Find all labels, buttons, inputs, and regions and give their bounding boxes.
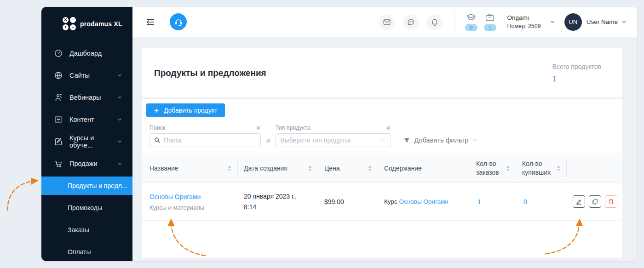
type-clear-icon[interactable]: ✕ (386, 125, 391, 131)
column-label: Кол-во заказов (476, 160, 502, 177)
sidebar-item-label: Контент (69, 116, 94, 123)
table-row: Основы Оригами Курсы и материалы 20 янва… (142, 183, 622, 221)
trash-icon (608, 198, 615, 205)
column-header-purchased[interactable]: Кол-во купивших (522, 160, 567, 177)
chevron-down-icon[interactable] (549, 19, 555, 25)
chevron-down-icon (117, 117, 122, 122)
content-prefix: Курс (384, 198, 397, 205)
copy-icon (592, 198, 598, 205)
school-badge[interactable]: 0 (465, 12, 477, 31)
sidebar-subitem-promocodes[interactable]: Промокоды (41, 197, 132, 219)
sidebar-item-webinars[interactable]: Вебинары (41, 86, 132, 108)
plus-icon: + (154, 107, 159, 114)
purchased-count: 0 (522, 198, 573, 205)
dashboard-icon (54, 49, 63, 58)
sidebar-item-label: Продажи (69, 160, 98, 167)
add-filter-label: Добавить фильтр (414, 137, 469, 144)
sort-icon (557, 165, 560, 171)
mail-button[interactable] (379, 14, 395, 30)
webinar-icon (54, 93, 63, 102)
chat-button[interactable] (403, 14, 419, 30)
column-header-name[interactable]: Название (150, 160, 238, 176)
product-name-link[interactable]: Основы Оригами (150, 193, 201, 200)
delete-button[interactable] (605, 195, 617, 208)
edit-button[interactable] (573, 195, 585, 208)
chevron-down-icon (117, 95, 122, 100)
sidebar-item-sales[interactable]: Продажи (41, 153, 132, 175)
column-header-orders[interactable]: Кол-во заказов (476, 160, 516, 177)
sidebar: ✕ − + − prodamus XL Дашбоард Сайты (41, 7, 132, 261)
topbar-divider (454, 12, 455, 32)
total-products-label: Всего продуктов (552, 63, 601, 70)
logo-icon: ✕ − + − (63, 17, 76, 30)
sidebar-item-label: Курсы и обуче... (69, 134, 110, 149)
product-content-cell: Курс Основы Оригами (384, 198, 476, 205)
sidebar-subitem-products[interactable]: Продукты и предл... (41, 177, 132, 195)
copy-button[interactable] (589, 195, 601, 208)
avatar[interactable]: UN (564, 13, 582, 31)
notifications-button[interactable] (427, 14, 443, 30)
sidebar-item-content[interactable]: Контент (41, 108, 132, 131)
product-category: Курсы и материалы (150, 204, 244, 211)
column-label: Цена (324, 164, 340, 173)
account-number: Номер: 2509 (507, 22, 541, 30)
type-filter-group: Тип продукта ✕ Выберите тип продукта (276, 125, 391, 147)
briefcase-icon (484, 12, 495, 23)
product-type-select[interactable]: Выберите тип продукта (276, 133, 391, 147)
logo[interactable]: ✕ − + − prodamus XL (41, 7, 132, 30)
chevron-down-icon[interactable] (621, 19, 627, 25)
sort-icon (506, 165, 510, 171)
sidebar-subitem-label: Промокоды (68, 204, 102, 211)
add-product-label: Добавить продукт (164, 107, 217, 114)
sidebar-item-label: Вебинары (69, 94, 101, 101)
chat-icon (407, 18, 415, 26)
column-header-date[interactable]: Дата создания (244, 160, 318, 176)
sidebar-item-sites[interactable]: Сайты (41, 64, 132, 86)
type-filter-label: Тип продукта (276, 125, 310, 131)
topbar: 0 1 Origami Номер: 2509 UN User Name (132, 7, 637, 37)
sidebar-subitem-orders[interactable]: Заказы (41, 219, 132, 241)
sort-icon (368, 165, 372, 171)
sort-icon (228, 165, 231, 171)
orders-count: 1 (476, 198, 522, 205)
sidebar-menu: Дашбоард Сайты Вебинары (41, 42, 132, 261)
content-link[interactable]: Основы Оригами (399, 198, 448, 205)
column-header-price[interactable]: Цена (324, 160, 378, 176)
chevron-up-icon (117, 161, 122, 166)
user-name[interactable]: User Name (586, 18, 618, 25)
product-price: $99.00 (324, 198, 384, 205)
support-button[interactable] (170, 13, 187, 30)
add-filter-button[interactable]: Добавить фильтр (403, 133, 478, 147)
sidebar-subitem-label: Оплаты (68, 248, 91, 256)
total-products-block: Всего продуктов 1 (552, 62, 601, 84)
sidebar-subitem-payments[interactable]: Оплаты (41, 241, 132, 261)
mail-icon (383, 18, 391, 26)
headset-icon (174, 17, 183, 27)
globe-icon (54, 71, 63, 80)
document-icon (54, 115, 63, 124)
bell-icon (431, 18, 439, 26)
cart-icon (54, 159, 63, 168)
filter-connector: и (266, 133, 270, 147)
logo-dot: + (63, 24, 69, 30)
page-title: Продукты и предложения (154, 68, 266, 78)
pencil-icon (575, 198, 582, 205)
product-time: 8:14 (244, 202, 324, 212)
sidebar-item-label: Сайты (69, 72, 90, 79)
sidebar-item-courses[interactable]: Курсы и обуче... (41, 131, 132, 153)
column-label: Дата создания (244, 164, 288, 173)
account-switcher[interactable]: Origami Номер: 2509 (507, 13, 541, 31)
search-filter-group: Поиск ✕ (150, 125, 261, 147)
annotation-arrow-sidebar (7, 181, 36, 210)
column-header-actions (573, 160, 616, 176)
sidebar-item-dashboard[interactable]: Дашбоард (41, 42, 132, 64)
column-label: Содержание (384, 164, 422, 173)
table-header: Название Дата создания Цена (142, 154, 622, 183)
chevron-down-icon (380, 137, 386, 143)
collapse-sidebar-button[interactable] (145, 17, 155, 27)
product-date: 20 января 2023 г., (244, 191, 324, 201)
search-clear-icon[interactable]: ✕ (256, 125, 261, 131)
case-badge[interactable]: 1 (484, 12, 496, 31)
add-product-button[interactable]: + Добавить продукт (146, 103, 225, 117)
search-input[interactable] (150, 133, 261, 147)
